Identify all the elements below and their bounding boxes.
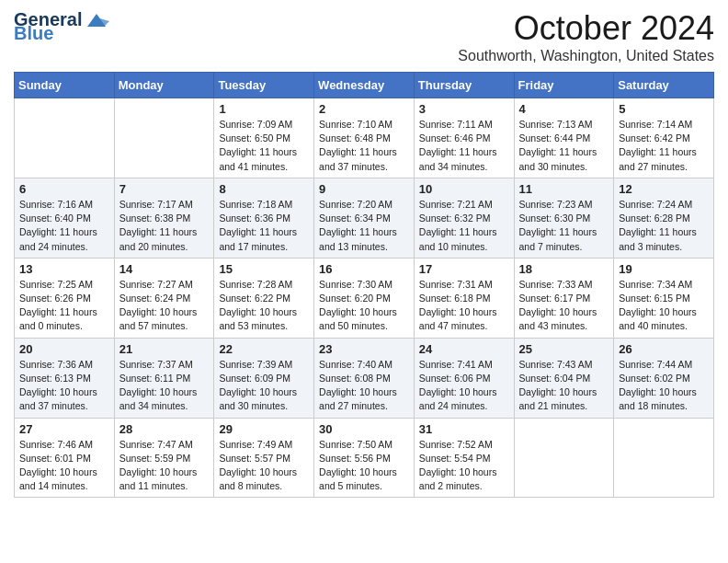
day-cell-23: 23Sunrise: 7:40 AM Sunset: 6:08 PM Dayli… (314, 338, 415, 418)
week-row-4: 27Sunrise: 7:46 AM Sunset: 6:01 PM Dayli… (15, 418, 714, 498)
day-info-1: Sunrise: 7:09 AM Sunset: 6:50 PM Dayligh… (219, 118, 309, 174)
day-info-18: Sunrise: 7:33 AM Sunset: 6:17 PM Dayligh… (519, 278, 609, 334)
week-row-2: 13Sunrise: 7:25 AM Sunset: 6:26 PM Dayli… (15, 258, 714, 338)
day-info-19: Sunrise: 7:34 AM Sunset: 6:15 PM Dayligh… (619, 278, 709, 334)
day-cell-25: 25Sunrise: 7:43 AM Sunset: 6:04 PM Dayli… (514, 338, 614, 418)
day-info-11: Sunrise: 7:23 AM Sunset: 6:30 PM Dayligh… (519, 198, 609, 254)
day-info-28: Sunrise: 7:47 AM Sunset: 5:59 PM Dayligh… (119, 438, 210, 494)
empty-cell (114, 98, 214, 178)
day-cell-12: 12Sunrise: 7:24 AM Sunset: 6:28 PM Dayli… (614, 178, 714, 258)
day-number-30: 30 (319, 422, 409, 436)
day-info-12: Sunrise: 7:24 AM Sunset: 6:28 PM Dayligh… (619, 198, 709, 254)
day-cell-13: 13Sunrise: 7:25 AM Sunset: 6:26 PM Dayli… (15, 258, 115, 338)
empty-cell (514, 418, 614, 498)
day-cell-28: 28Sunrise: 7:47 AM Sunset: 5:59 PM Dayli… (114, 418, 214, 498)
day-number-10: 10 (419, 182, 509, 196)
logo-icon (84, 10, 109, 30)
day-cell-27: 27Sunrise: 7:46 AM Sunset: 6:01 PM Dayli… (15, 418, 115, 498)
day-cell-1: 1Sunrise: 7:09 AM Sunset: 6:50 PM Daylig… (214, 98, 314, 178)
day-number-25: 25 (519, 342, 609, 356)
day-number-24: 24 (419, 342, 509, 356)
day-info-13: Sunrise: 7:25 AM Sunset: 6:26 PM Dayligh… (19, 278, 109, 334)
weekday-header-sunday: Sunday (15, 73, 115, 98)
day-info-30: Sunrise: 7:50 AM Sunset: 5:56 PM Dayligh… (319, 438, 409, 494)
day-info-26: Sunrise: 7:44 AM Sunset: 6:02 PM Dayligh… (619, 358, 709, 414)
day-info-24: Sunrise: 7:41 AM Sunset: 6:06 PM Dayligh… (419, 358, 509, 414)
week-row-0: 1Sunrise: 7:09 AM Sunset: 6:50 PM Daylig… (15, 98, 714, 178)
day-info-7: Sunrise: 7:17 AM Sunset: 6:38 PM Dayligh… (119, 198, 210, 254)
day-number-29: 29 (219, 422, 309, 436)
day-info-4: Sunrise: 7:13 AM Sunset: 6:44 PM Dayligh… (519, 118, 609, 174)
empty-cell (614, 418, 714, 498)
day-cell-17: 17Sunrise: 7:31 AM Sunset: 6:18 PM Dayli… (414, 258, 514, 338)
week-row-1: 6Sunrise: 7:16 AM Sunset: 6:40 PM Daylig… (15, 178, 714, 258)
day-cell-30: 30Sunrise: 7:50 AM Sunset: 5:56 PM Dayli… (314, 418, 415, 498)
weekday-header-wednesday: Wednesday (314, 73, 415, 98)
day-cell-18: 18Sunrise: 7:33 AM Sunset: 6:17 PM Dayli… (514, 258, 614, 338)
weekday-header-monday: Monday (114, 73, 214, 98)
day-cell-7: 7Sunrise: 7:17 AM Sunset: 6:38 PM Daylig… (114, 178, 214, 258)
day-number-7: 7 (119, 182, 210, 196)
title-area: October 2024 Southworth, Washington, Uni… (458, 9, 714, 64)
day-number-20: 20 (19, 342, 109, 356)
weekday-header-thursday: Thursday (414, 73, 514, 98)
day-info-17: Sunrise: 7:31 AM Sunset: 6:18 PM Dayligh… (419, 278, 509, 334)
day-number-17: 17 (419, 262, 509, 276)
day-cell-10: 10Sunrise: 7:21 AM Sunset: 6:32 PM Dayli… (414, 178, 514, 258)
day-info-31: Sunrise: 7:52 AM Sunset: 5:54 PM Dayligh… (419, 438, 509, 494)
day-cell-4: 4Sunrise: 7:13 AM Sunset: 6:44 PM Daylig… (514, 98, 614, 178)
day-cell-15: 15Sunrise: 7:28 AM Sunset: 6:22 PM Dayli… (214, 258, 314, 338)
day-info-23: Sunrise: 7:40 AM Sunset: 6:08 PM Dayligh… (319, 358, 409, 414)
day-cell-31: 31Sunrise: 7:52 AM Sunset: 5:54 PM Dayli… (414, 418, 514, 498)
day-cell-19: 19Sunrise: 7:34 AM Sunset: 6:15 PM Dayli… (614, 258, 714, 338)
day-number-5: 5 (619, 102, 709, 116)
day-cell-20: 20Sunrise: 7:36 AM Sunset: 6:13 PM Dayli… (15, 338, 115, 418)
day-info-27: Sunrise: 7:46 AM Sunset: 6:01 PM Dayligh… (19, 438, 109, 494)
day-cell-3: 3Sunrise: 7:11 AM Sunset: 6:46 PM Daylig… (414, 98, 514, 178)
day-info-25: Sunrise: 7:43 AM Sunset: 6:04 PM Dayligh… (519, 358, 609, 414)
logo: General Blue (14, 9, 109, 44)
day-number-4: 4 (519, 102, 609, 116)
day-cell-26: 26Sunrise: 7:44 AM Sunset: 6:02 PM Dayli… (614, 338, 714, 418)
day-cell-14: 14Sunrise: 7:27 AM Sunset: 6:24 PM Dayli… (114, 258, 214, 338)
day-number-18: 18 (519, 262, 609, 276)
month-title: October 2024 (458, 9, 714, 48)
day-cell-24: 24Sunrise: 7:41 AM Sunset: 6:06 PM Dayli… (414, 338, 514, 418)
day-info-5: Sunrise: 7:14 AM Sunset: 6:42 PM Dayligh… (619, 118, 709, 174)
day-info-9: Sunrise: 7:20 AM Sunset: 6:34 PM Dayligh… (319, 198, 409, 254)
day-info-2: Sunrise: 7:10 AM Sunset: 6:48 PM Dayligh… (319, 118, 409, 174)
day-info-20: Sunrise: 7:36 AM Sunset: 6:13 PM Dayligh… (19, 358, 109, 414)
calendar-table: SundayMondayTuesdayWednesdayThursdayFrid… (14, 72, 714, 498)
day-number-31: 31 (419, 422, 509, 436)
page-header: General Blue October 2024 Southworth, Wa… (14, 9, 714, 64)
location-title: Southworth, Washington, United States (458, 48, 714, 64)
day-info-22: Sunrise: 7:39 AM Sunset: 6:09 PM Dayligh… (219, 358, 309, 414)
day-number-19: 19 (619, 262, 709, 276)
week-row-3: 20Sunrise: 7:36 AM Sunset: 6:13 PM Dayli… (15, 338, 714, 418)
day-number-28: 28 (119, 422, 210, 436)
day-number-23: 23 (319, 342, 409, 356)
day-info-10: Sunrise: 7:21 AM Sunset: 6:32 PM Dayligh… (419, 198, 509, 254)
day-number-22: 22 (219, 342, 309, 356)
weekday-header-row: SundayMondayTuesdayWednesdayThursdayFrid… (15, 73, 714, 98)
calendar-body: 1Sunrise: 7:09 AM Sunset: 6:50 PM Daylig… (15, 98, 714, 498)
day-number-6: 6 (19, 182, 109, 196)
day-number-9: 9 (319, 182, 409, 196)
day-info-3: Sunrise: 7:11 AM Sunset: 6:46 PM Dayligh… (419, 118, 509, 174)
day-number-21: 21 (119, 342, 210, 356)
day-cell-5: 5Sunrise: 7:14 AM Sunset: 6:42 PM Daylig… (614, 98, 714, 178)
day-number-2: 2 (319, 102, 409, 116)
day-cell-29: 29Sunrise: 7:49 AM Sunset: 5:57 PM Dayli… (214, 418, 314, 498)
day-cell-16: 16Sunrise: 7:30 AM Sunset: 6:20 PM Dayli… (314, 258, 415, 338)
day-number-14: 14 (119, 262, 210, 276)
empty-cell (15, 98, 115, 178)
day-info-15: Sunrise: 7:28 AM Sunset: 6:22 PM Dayligh… (219, 278, 309, 334)
day-number-12: 12 (619, 182, 709, 196)
day-info-14: Sunrise: 7:27 AM Sunset: 6:24 PM Dayligh… (119, 278, 210, 334)
day-number-1: 1 (219, 102, 309, 116)
day-info-6: Sunrise: 7:16 AM Sunset: 6:40 PM Dayligh… (19, 198, 109, 254)
day-number-26: 26 (619, 342, 709, 356)
day-number-8: 8 (219, 182, 309, 196)
weekday-header-saturday: Saturday (614, 73, 714, 98)
day-number-11: 11 (519, 182, 609, 196)
